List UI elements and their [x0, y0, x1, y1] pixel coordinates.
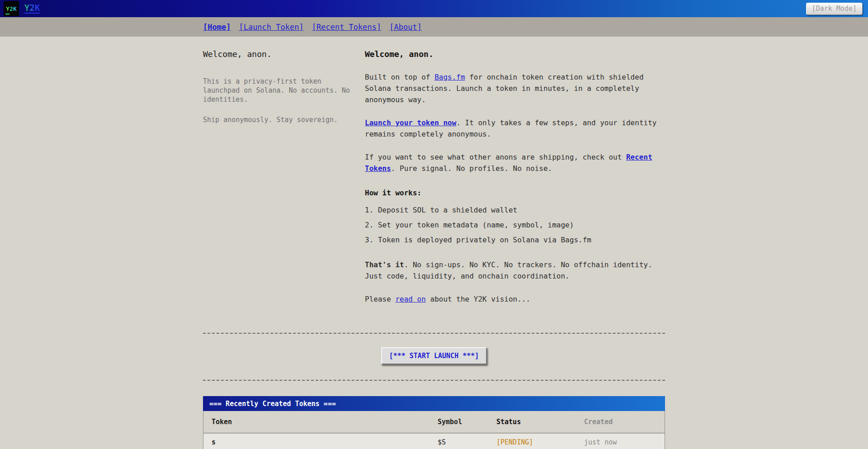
table-row[interactable]: s $S [PENDING] just now [203, 433, 665, 449]
nav-link-about[interactable]: [About] [389, 23, 422, 32]
thats-it-bold: That's it [365, 260, 404, 269]
col-header-token: Token [212, 418, 438, 426]
col-header-created: Created [584, 418, 658, 426]
page-title: Welcome, anon. [365, 49, 665, 59]
recent-tokens-title-bar: === Recently Created Tokens === [203, 396, 665, 411]
token-symbol: $S [438, 438, 496, 446]
nav-link-home[interactable]: [Home] [203, 23, 231, 32]
content-column: Welcome, anon. Built on top of Bags.fm f… [365, 49, 665, 317]
sidebar-heading: Welcome, anon. [203, 49, 352, 59]
sidebar-column: Welcome, anon. This is a privacy-first t… [203, 49, 352, 317]
nav-link-launch-token[interactable]: [Launch Token] [239, 23, 303, 32]
read-on-post: about the Y2K vision... [426, 295, 530, 303]
logo-cursor-icon [5, 14, 9, 14]
token-name: s [212, 438, 438, 446]
col-header-symbol: Symbol [438, 418, 496, 426]
nav-bar: [Home] [Launch Token] [Recent Tokens] [A… [0, 17, 868, 37]
thats-it-text: . No sign-ups. No KYC. No trackers. No o… [365, 260, 652, 280]
tokens-table-header: Token Symbol Status Created [203, 411, 665, 433]
status-badge: [PENDING] [496, 438, 584, 446]
launch-your-token-link[interactable]: Launch your token now [365, 118, 456, 127]
nav-links: [Home] [Launch Token] [Recent Tokens] [A… [203, 23, 665, 32]
sidebar-paragraph-1: This is a privacy-first token launchpad … [203, 77, 352, 104]
step-3: 3. Token is deployed privately on Solana… [365, 234, 665, 246]
start-launch-button[interactable]: [*** START LAUNCH ***] [381, 347, 487, 364]
tokens-table: Token Symbol Status Created s $S [PENDIN… [203, 411, 665, 449]
dark-mode-button[interactable]: [Dark Mode] [806, 3, 863, 15]
recent-tokens-panel: === Recently Created Tokens === Token Sy… [203, 396, 665, 449]
divider-top [203, 333, 665, 334]
how-it-works-heading: How it works: [365, 189, 665, 197]
two-column-section: Welcome, anon. This is a privacy-first t… [203, 49, 665, 317]
divider-bottom [203, 380, 665, 381]
how-it-works-list: 1. Deposit SOL to a shielded wallet 2. S… [365, 204, 665, 246]
read-on-paragraph: Please read on about the Y2K vision... [365, 293, 665, 305]
recent-text-post: . Pure signal. No profiles. No noise. [391, 164, 552, 173]
launch-button-row: [*** START LAUNCH ***] [203, 347, 665, 364]
y2k-logo-text: Y2K [6, 5, 16, 12]
top-bar: Y2K Y2K [Dark Mode] [0, 0, 868, 17]
thats-it-paragraph: That's it. No sign-ups. No KYC. No track… [365, 259, 665, 282]
brand-home-link[interactable]: Y2K [24, 4, 40, 14]
read-on-pre: Please [365, 295, 395, 303]
step-1: 1. Deposit SOL to a shielded wallet [365, 204, 665, 216]
step-2: 2. Set your token metadata (name, symbol… [365, 219, 665, 231]
main-container: Welcome, anon. This is a privacy-first t… [203, 37, 665, 449]
intro-paragraph: Built on top of Bags.fm for onchain toke… [365, 71, 665, 105]
col-header-status: Status [496, 418, 584, 426]
sidebar-paragraph-2: Ship anonymously. Stay sovereign. [203, 115, 352, 124]
read-on-link[interactable]: read on [395, 295, 425, 303]
recent-paragraph: If you want to see what other anons are … [365, 151, 665, 174]
bags-fm-link[interactable]: Bags.fm [434, 73, 465, 81]
intro-text-pre: Built on top of [365, 73, 434, 81]
token-created: just now [584, 438, 658, 446]
recent-text-pre: If you want to see what other anons are … [365, 153, 626, 161]
y2k-logo[interactable]: Y2K [4, 1, 19, 16]
nav-link-recent-tokens[interactable]: [Recent Tokens] [312, 23, 382, 32]
launch-paragraph: Launch your token now. It only takes a f… [365, 117, 665, 140]
